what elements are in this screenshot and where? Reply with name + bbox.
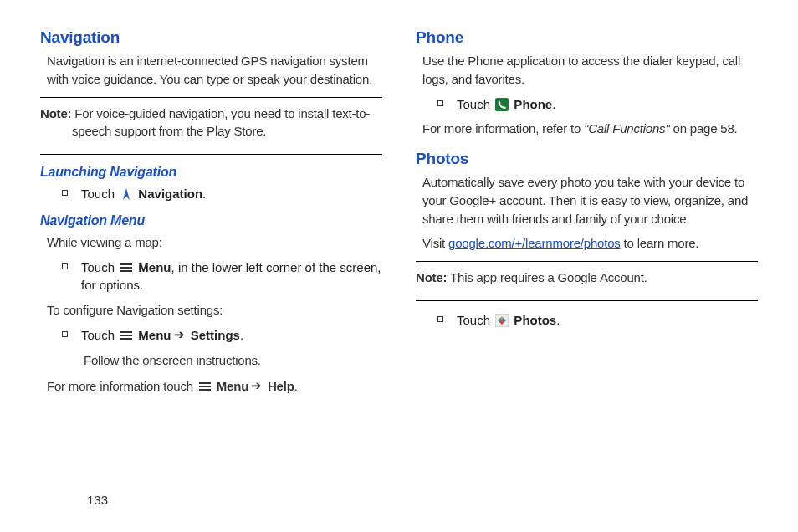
phone-app-icon: [495, 98, 509, 111]
svg-rect-8: [199, 386, 211, 387]
settings-item: Touch Menu➔ Settings.: [62, 326, 382, 345]
photos-visit-text: Visit google.com/+/learnmore/photos to l…: [422, 234, 758, 253]
hamburger-menu-icon: [120, 329, 133, 342]
svg-rect-6: [120, 338, 132, 340]
touch-prefix: Touch: [457, 313, 494, 327]
phone-intro-text: Use the Phone application to access the …: [422, 52, 758, 89]
launching-navigation-heading: Launching Navigation: [40, 165, 382, 180]
menu-label: Menu: [213, 379, 248, 393]
arrow-icon: ➔: [251, 376, 262, 395]
photos-note-block: Note: This app requires a Google Account…: [416, 261, 758, 301]
help-label: Help: [264, 379, 294, 393]
menu-label: Menu: [135, 260, 171, 274]
touch-prefix: Touch: [81, 260, 118, 274]
visit-suffix: to learn more.: [621, 236, 699, 250]
photos-note-text: Note: This app requires a Google Account…: [416, 269, 758, 287]
photos-label: Photos: [510, 313, 556, 327]
call-functions-ref: "Call Functions": [584, 121, 670, 136]
navigation-note-block: Note: For voice-guided navigation, you n…: [40, 97, 382, 156]
phone-heading: Phone: [416, 28, 758, 47]
square-bullet-icon: [437, 100, 443, 106]
note-body: For voice-guided navigation, you need to…: [71, 106, 370, 139]
follow-instructions-text: Follow the onscreen instructions.: [84, 351, 382, 370]
touch-prefix: Touch: [81, 187, 118, 201]
configure-text: To configure Navigation settings:: [47, 301, 382, 320]
svg-rect-1: [120, 263, 132, 265]
svg-rect-9: [199, 389, 211, 391]
while-viewing-text: While viewing a map:: [47, 233, 382, 252]
svg-rect-5: [120, 335, 132, 336]
period: .: [202, 187, 206, 201]
note-label: Note:: [416, 270, 447, 284]
two-column-layout: Navigation Navigation is an internet-con…: [40, 28, 758, 463]
navigation-arrow-icon: [120, 187, 133, 201]
phone-touch-text: Touch Phone.: [457, 95, 758, 114]
period: .: [294, 379, 298, 393]
phone-more-pre: For more information, refer to: [422, 121, 584, 136]
svg-rect-10: [495, 98, 509, 111]
photos-intro-text: Automatically save every photo you take …: [422, 173, 758, 228]
touch-prefix: Touch: [457, 97, 494, 111]
touch-prefix: Touch: [81, 328, 118, 342]
launch-nav-item: Touch Navigation.: [62, 185, 382, 203]
svg-marker-0: [123, 188, 130, 200]
navigation-intro-text: Navigation is an internet-connected GPS …: [47, 52, 382, 89]
photos-touch-text: Touch Photos.: [457, 311, 758, 330]
right-column: Phone Use the Phone application to acces…: [416, 28, 758, 463]
hamburger-menu-icon: [120, 261, 133, 274]
svg-rect-3: [120, 270, 132, 272]
left-column: Navigation Navigation is an internet-con…: [40, 28, 382, 463]
svg-rect-4: [120, 331, 132, 333]
phone-label: Phone: [510, 97, 552, 111]
launch-nav-text: Touch Navigation.: [81, 185, 382, 203]
phone-more-post: on page 58.: [670, 121, 738, 136]
visit-prefix: Visit: [422, 236, 448, 250]
period: .: [240, 328, 243, 342]
page-number: 133: [87, 493, 108, 507]
square-bullet-icon: [62, 331, 68, 337]
photos-app-icon: [495, 314, 509, 327]
photos-heading: Photos: [416, 150, 758, 168]
phone-touch-item: Touch Phone.: [437, 95, 758, 114]
menu-option-text: Touch Menu, in the lower left corner of …: [81, 258, 382, 295]
navigation-label: Navigation: [135, 187, 202, 201]
settings-text: Touch Menu➔ Settings.: [81, 326, 382, 345]
note-body: This app requires a Google Account.: [447, 270, 647, 284]
menu-option-item: Touch Menu, in the lower left corner of …: [62, 258, 382, 295]
svg-rect-7: [199, 382, 211, 384]
more-info-text: For more information touch Menu➔ Help.: [47, 377, 382, 396]
more-info-prefix: For more information touch: [47, 379, 197, 393]
hamburger-menu-icon: [198, 380, 212, 393]
square-bullet-icon: [62, 190, 68, 196]
navigation-note-text: Note: For voice-guided navigation, you n…: [40, 105, 382, 141]
square-bullet-icon: [437, 316, 443, 322]
photos-touch-item: Touch Photos.: [437, 311, 758, 330]
svg-rect-2: [120, 267, 132, 269]
period: .: [556, 313, 560, 327]
arrow-icon: ➔: [174, 325, 185, 344]
navigation-heading: Navigation: [40, 28, 382, 47]
period: .: [552, 97, 555, 111]
photos-learnmore-link[interactable]: google.com/+/learnmore/photos: [448, 236, 621, 250]
phone-more-info-text: For more information, refer to "Call Fun…: [422, 120, 758, 138]
menu-label: Menu: [135, 328, 171, 342]
square-bullet-icon: [62, 263, 68, 269]
navigation-menu-heading: Navigation Menu: [40, 213, 382, 228]
note-label: Note:: [40, 106, 71, 120]
settings-label: Settings: [187, 328, 240, 342]
